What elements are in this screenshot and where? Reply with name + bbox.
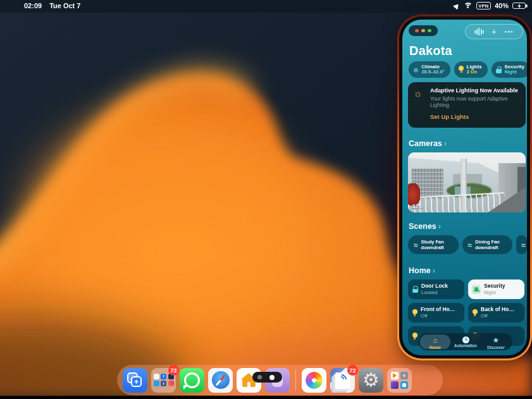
wifi-icon	[464, 3, 473, 9]
minimize-window-icon[interactable]	[421, 29, 425, 33]
chevron-right-icon	[444, 138, 447, 148]
photos-app-icon[interactable]	[302, 368, 326, 393]
battery-charging-icon	[512, 3, 526, 9]
climate-status-pill[interactable]: Climate 26.5–32.0°	[409, 61, 450, 78]
location-services-icon	[452, 2, 461, 10]
phone-bezel: Dakota Climate 26.5–32.0° Lights 3 On	[399, 16, 530, 359]
clock-icon	[462, 336, 469, 343]
tile-back-light[interactable]: Back of Ho… Off	[468, 303, 524, 322]
tab-home[interactable]: Home	[420, 335, 450, 349]
screen-bottom-strip	[0, 396, 532, 399]
tile-door-lock[interactable]: Door Lock Locked	[408, 279, 464, 299]
home-section-header[interactable]: Home	[409, 266, 435, 275]
screen: 02:09 Tue Oct 7 VPN 40% + f f 72	[0, 0, 532, 399]
dock-divider	[295, 369, 296, 391]
security-status-pill[interactable]: Security Night	[492, 61, 527, 78]
lights-status-pill[interactable]: Lights 3 On	[454, 61, 488, 78]
wind-icon	[414, 239, 418, 250]
home-app-screen: Dakota Climate 26.5–32.0° Lights 3 On	[402, 20, 527, 355]
status-pills-row: Climate 26.5–32.0° Lights 3 On Security …	[402, 61, 527, 78]
waveform-icon[interactable]	[474, 28, 484, 35]
lightbulb-icon	[472, 309, 478, 317]
reader-app-icon[interactable]: 72	[330, 368, 355, 393]
chevron-right-icon	[438, 221, 441, 231]
scene-dining-fan[interactable]: Dining Fan downdraft	[462, 235, 513, 254]
more-options-icon[interactable]	[504, 26, 514, 37]
status-bar: 02:09 Tue Oct 7 VPN 40%	[0, 0, 532, 11]
lightbulb-icon	[412, 333, 418, 340]
scenes-row: Study Fan downdraft Dining Fan downdraft	[402, 235, 527, 255]
home-name-title: Dakota	[409, 44, 452, 58]
banner-title: Adaptive Lighting Now Available	[430, 87, 520, 94]
lock-icon	[412, 286, 418, 293]
notification-badge: 72	[347, 365, 358, 376]
duplicate-windows-app-icon[interactable]: +	[123, 368, 147, 393]
tab-automation[interactable]: Automation	[450, 335, 481, 349]
phone-window: Dakota Climate 26.5–32.0° Lights 3 On	[397, 15, 532, 360]
window-toolbar	[465, 24, 523, 39]
cameras-header[interactable]: Cameras	[409, 138, 447, 148]
add-accessory-icon[interactable]	[492, 26, 497, 37]
camera-preview[interactable]: 17h	[408, 152, 526, 212]
adaptive-lighting-banner: Adaptive Lighting Now Available Your lig…	[408, 82, 526, 128]
settings-app-icon[interactable]	[359, 368, 383, 393]
tile-front-light[interactable]: Front of Ho… Off	[408, 303, 464, 322]
notification-badge: 72	[168, 365, 179, 376]
zoom-window-icon[interactable]	[428, 29, 431, 33]
lock-icon	[496, 66, 502, 73]
scene-cutoff[interactable]	[516, 235, 527, 254]
house-icon	[433, 334, 438, 345]
social-folder-icon[interactable]: f f 72	[151, 368, 176, 393]
battery-percent: 40%	[495, 2, 509, 9]
close-window-icon[interactable]	[415, 29, 419, 33]
dock-status-pill	[252, 372, 282, 383]
lightbulb-icon	[459, 66, 464, 73]
tab-discover[interactable]: Discover	[481, 335, 511, 349]
banner-body: Your lights now support Adaptive Lightin…	[430, 95, 512, 109]
clock-time: 02:09	[24, 2, 42, 9]
wind-icon	[521, 239, 526, 250]
siren-icon	[472, 285, 481, 294]
wind-icon	[468, 239, 473, 250]
star-icon	[493, 334, 500, 345]
vpn-badge: VPN	[476, 2, 491, 9]
set-up-lights-link[interactable]: Set Up Lights	[430, 113, 520, 120]
glowing-bulb-icon	[413, 88, 423, 99]
tab-bar: Home Automation Discover	[419, 333, 512, 350]
chevron-right-icon	[433, 266, 435, 275]
tile-security[interactable]: Security Night	[468, 279, 524, 299]
snowflake-icon	[413, 64, 419, 75]
window-controls[interactable]	[409, 25, 438, 36]
lightbulb-icon	[412, 309, 418, 317]
clock-date: Tue Oct 7	[49, 2, 80, 9]
scene-study-fan[interactable]: Study Fan downdraft	[408, 235, 459, 254]
whatsapp-app-icon[interactable]	[180, 368, 204, 393]
scenes-header[interactable]: Scenes	[409, 221, 441, 231]
camera-timestamp: 17h	[412, 203, 422, 209]
safari-app-icon[interactable]	[208, 368, 233, 393]
utilities-folder-icon[interactable]: ⚙	[387, 368, 412, 393]
